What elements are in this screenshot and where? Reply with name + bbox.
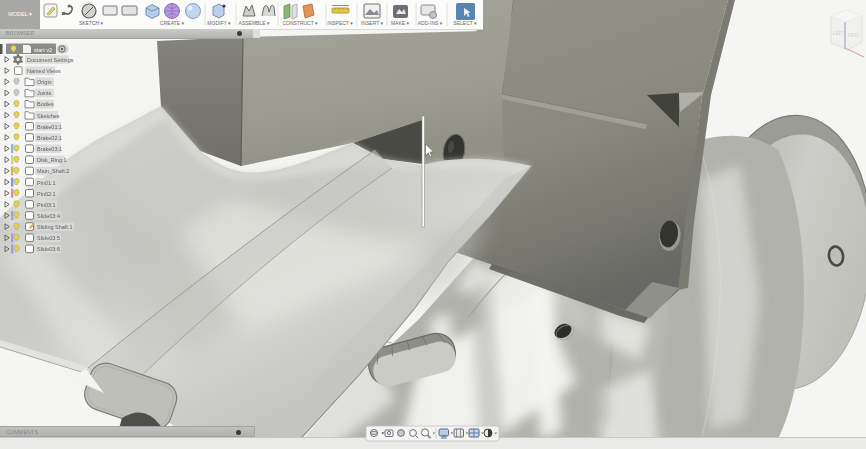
svg-text:Document Settings: Document Settings — [27, 57, 74, 63]
svg-text:MAKE ▾: MAKE ▾ — [391, 20, 410, 26]
svg-text:Slide03:5: Slide03:5 — [37, 235, 60, 241]
svg-text:Joints: Joints — [37, 90, 52, 96]
svg-text:ADD-INS ▾: ADD-INS ▾ — [418, 20, 443, 26]
svg-text:Sliding Shaft:1: Sliding Shaft:1 — [37, 224, 72, 230]
svg-text:Pin03:1: Pin03:1 — [37, 202, 56, 208]
svg-text:Brake02:1: Brake02:1 — [37, 135, 62, 141]
svg-text:Origin: Origin — [37, 79, 52, 85]
svg-text:INSERT ▾: INSERT ▾ — [361, 20, 384, 26]
svg-text:Bodies: Bodies — [37, 101, 54, 107]
svg-text:Disk_Ring:1: Disk_Ring:1 — [37, 157, 67, 163]
svg-text:Brake01:1: Brake01:1 — [37, 124, 62, 130]
svg-text:FRO: FRO — [848, 32, 859, 38]
svg-text:CONSTRUCT ▾: CONSTRUCT ▾ — [282, 20, 318, 26]
svg-text:INSPECT ▾: INSPECT ▾ — [327, 20, 353, 26]
svg-text:Slide03:4: Slide03:4 — [37, 213, 60, 219]
svg-text:Pin02:1: Pin02:1 — [37, 191, 56, 197]
svg-text:Sketches: Sketches — [37, 113, 60, 119]
svg-text:LEFT: LEFT — [833, 30, 845, 36]
svg-text:Brake03:1: Brake03:1 — [37, 146, 62, 152]
svg-text:Slide03:6: Slide03:6 — [37, 246, 60, 252]
svg-text:Main_Shaft:2: Main_Shaft:2 — [37, 168, 69, 174]
svg-text:SELECT ▾: SELECT ▾ — [453, 20, 477, 26]
svg-text:Pin01:1: Pin01:1 — [37, 180, 56, 186]
svg-text:Named Views: Named Views — [27, 68, 61, 74]
